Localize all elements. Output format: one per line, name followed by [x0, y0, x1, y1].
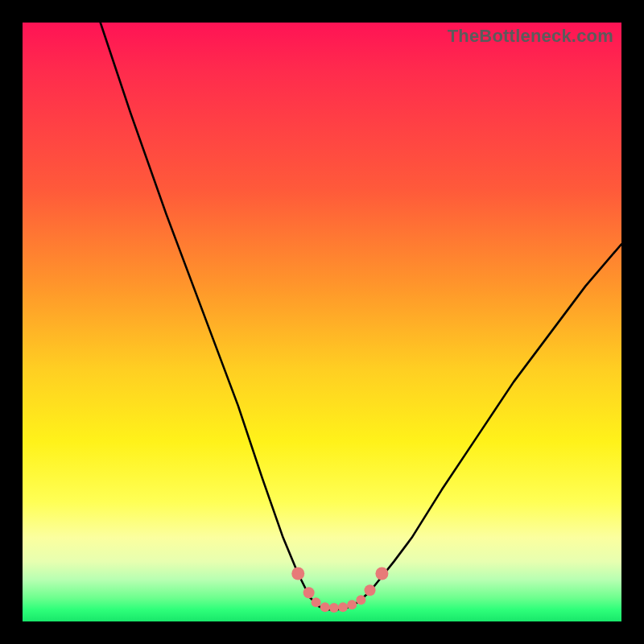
valley-marker [303, 587, 315, 598]
plot-area: TheBottleneck.com [23, 23, 621, 621]
valley-marker [320, 602, 330, 612]
valley-markers [291, 567, 388, 612]
valley-marker [291, 567, 304, 580]
valley-marker [356, 595, 365, 605]
bottleneck-curve [101, 23, 621, 609]
valley-marker [365, 584, 376, 596]
valley-marker [312, 597, 321, 607]
valley-marker [329, 603, 339, 613]
bottleneck-chart-svg [23, 23, 621, 621]
chart-frame: TheBottleneck.com [0, 0, 644, 644]
valley-marker [375, 567, 388, 580]
watermark-text: TheBottleneck.com [448, 26, 613, 47]
chart-series-group [101, 23, 621, 613]
valley-marker [347, 600, 357, 609]
valley-marker [338, 602, 348, 612]
